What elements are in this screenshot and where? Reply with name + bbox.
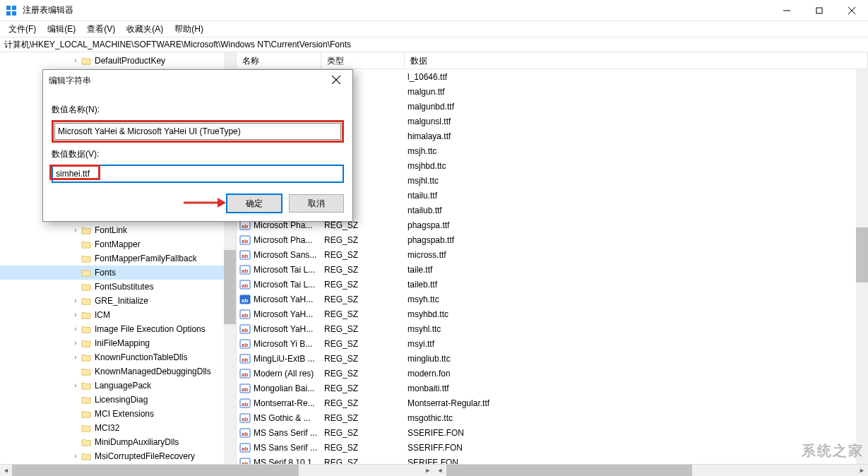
expander-icon[interactable]: › (71, 225, 81, 235)
list-row[interactable]: abMingLiU-ExtB ...REG_SZmingliub.ttc (237, 351, 868, 366)
scroll-left-icon[interactable]: ◄ (0, 465, 12, 476)
list-row[interactable]: abMontserrat-Re...REG_SZMontserrat-Regul… (237, 395, 868, 410)
menu-favorites[interactable]: 收藏夹(A) (121, 22, 169, 37)
tree-item[interactable]: ›FontLink (0, 223, 236, 237)
list-row[interactable]: abMS Sans Serif ...REG_SZSSERIFE.FON (237, 425, 868, 440)
svg-text:ab: ab (242, 386, 248, 393)
tree-item[interactable]: ›DefaultProductKey (0, 54, 236, 68)
edit-string-dialog: 编辑字符串 数值名称(N): 数值数据(V): 确定 取消 (42, 69, 353, 222)
cancel-button[interactable]: 取消 (289, 194, 344, 213)
row-name: MS Gothic & ... (254, 413, 324, 423)
expander-icon[interactable]: › (71, 324, 81, 334)
ok-button[interactable]: 确定 (227, 194, 282, 213)
list-row[interactable]: abMicrosoft YaH...REG_SZmsyhbd.ttc (237, 307, 868, 321)
tree-item[interactable]: FontMapper (0, 237, 236, 251)
horizontal-scrollbar[interactable]: ◄ ► ◄ ► (0, 464, 868, 476)
maximize-button[interactable] (803, 0, 836, 21)
list-row[interactable]: abMicrosoft YaH...REG_SZmsyh.ttc (237, 292, 868, 307)
menu-view[interactable]: 查看(V) (81, 22, 121, 37)
list-scrollbar[interactable] (856, 69, 868, 464)
menu-help[interactable]: 帮助(H) (169, 22, 209, 37)
row-data: taileb.ttf (408, 280, 868, 290)
list-row[interactable]: abMicrosoft Tai L...REG_SZtaileb.ttf (237, 277, 868, 292)
row-name: Microsoft YaH... (254, 309, 324, 319)
svg-rect-1 (12, 6, 16, 10)
tree-item[interactable]: ›IniFileMapping (0, 336, 236, 350)
list-row[interactable]: abMicrosoft Yi B...REG_SZmsyi.ttf (237, 336, 868, 351)
col-name[interactable]: 名称 (237, 52, 321, 69)
expander-placeholder (71, 268, 81, 278)
row-name: MingLiU-ExtB ... (254, 354, 324, 364)
tree-item[interactable]: MCI Extensions (0, 407, 236, 421)
list-row[interactable]: abMicrosoft Sans...REG_SZmicross.ttf (237, 247, 868, 262)
string-value-icon: ab (239, 368, 251, 379)
folder-icon (81, 282, 92, 292)
list-row[interactable]: abMS Serif 8,10,1...REG_SZSERIFE.FON (237, 455, 868, 464)
minimize-button[interactable] (771, 0, 803, 21)
row-data: modern.fon (408, 369, 868, 379)
row-data: ntailub.ttf (408, 206, 868, 215)
col-data[interactable]: 数据 (405, 52, 868, 69)
list-row[interactable]: abMS Sans Serif ...REG_SZSSERIFF.FON (237, 440, 868, 455)
row-type: REG_SZ (324, 443, 408, 453)
expander-icon[interactable]: › (71, 310, 81, 320)
address-bar[interactable]: 计算机\HKEY_LOCAL_MACHINE\SOFTWARE\Microsof… (0, 37, 868, 52)
row-data: phagspab.ttf (408, 235, 868, 245)
row-data: msgothic.ttc (408, 413, 868, 423)
close-button[interactable] (836, 0, 868, 21)
expander-icon[interactable]: › (71, 381, 81, 391)
expander-icon[interactable]: › (71, 352, 81, 362)
string-value-icon: ab (239, 398, 251, 409)
folder-icon (81, 310, 92, 320)
dialog-close-icon[interactable] (326, 76, 347, 86)
tree-item[interactable]: ›Image File Execution Options (0, 322, 236, 336)
tree-item[interactable]: MCI32 (0, 421, 236, 435)
tree-item[interactable]: ›KnownFunctionTableDlls (0, 350, 236, 364)
expander-placeholder (71, 437, 81, 447)
scroll-right-icon[interactable]: ► (422, 465, 434, 476)
tree-item-label: IniFileMapping (95, 338, 150, 348)
row-name: MS Sans Serif ... (254, 443, 324, 453)
string-value-icon: ab (239, 249, 251, 261)
tree-item[interactable]: FontMapperFamilyFallback (0, 251, 236, 266)
scroll-left-icon[interactable]: ◄ (434, 465, 446, 476)
expander-placeholder (71, 367, 81, 376)
col-type[interactable]: 类型 (321, 52, 405, 69)
row-type: REG_SZ (324, 428, 408, 438)
expander-placeholder (71, 423, 81, 433)
list-row[interactable]: abMicrosoft YaH...REG_SZmsyhl.ttc (237, 321, 868, 336)
tree-item[interactable]: ›GRE_Initialize (0, 294, 236, 308)
tree-item[interactable]: Fonts (0, 266, 236, 280)
tree-item[interactable]: MiniDumpAuxiliaryDlls (0, 435, 236, 449)
menu-edit[interactable]: 编辑(E) (42, 22, 81, 37)
expander-icon[interactable]: › (71, 451, 81, 461)
string-value-icon: ab (239, 442, 251, 453)
tree-item[interactable]: ›MsiCorruptedFileRecovery (0, 449, 236, 463)
scroll-right-icon[interactable]: ► (856, 465, 868, 476)
menu-file[interactable]: 文件(F) (3, 22, 42, 37)
list-row[interactable]: abMicrosoft Tai L...REG_SZtaile.ttf (237, 262, 868, 277)
expander-icon[interactable]: › (71, 56, 81, 66)
expander-icon[interactable]: › (71, 338, 81, 348)
list-row[interactable]: abModern (All res)REG_SZmodern.fon (237, 366, 868, 381)
svg-text:ab: ab (242, 268, 248, 274)
row-name: Modern (All res) (254, 369, 324, 379)
tree-item[interactable]: LicensingDiag (0, 393, 236, 407)
row-data: malgun.ttf (408, 87, 868, 97)
expander-icon[interactable]: › (71, 296, 81, 306)
value-name-input[interactable] (54, 123, 341, 140)
folder-icon (81, 254, 92, 263)
list-row[interactable]: abMS Gothic & ...REG_SZmsgothic.ttc (237, 410, 868, 425)
tree-item[interactable]: KnownManagedDebuggingDlls (0, 364, 236, 379)
titlebar: 注册表编辑器 (0, 0, 868, 21)
row-type: REG_SZ (324, 280, 408, 290)
svg-text:ab: ab (242, 431, 248, 437)
list-row[interactable]: abMicrosoft Pha...REG_SZphagspab.ttf (237, 232, 868, 247)
tree-item[interactable]: FontSubstitutes (0, 280, 236, 294)
list-row[interactable]: abMongolian Bai...REG_SZmonbaiti.ttf (237, 381, 868, 395)
tree-item[interactable]: ›LanguagePack (0, 379, 236, 393)
svg-text:ab: ab (242, 297, 248, 304)
value-name-label: 数值名称(N): (52, 104, 344, 116)
tree-item[interactable]: ›ICM (0, 308, 236, 322)
row-name: Microsoft Yi B... (254, 339, 324, 349)
